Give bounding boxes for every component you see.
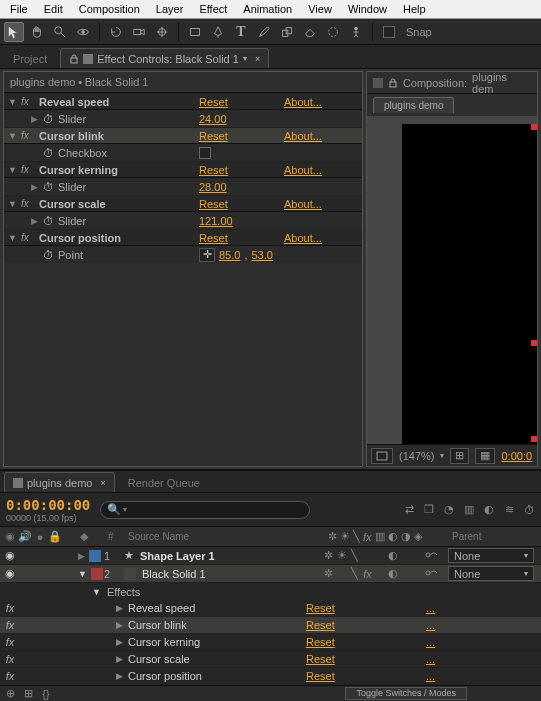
reset-link[interactable]: Reset (199, 164, 228, 176)
tl-effect-reveal-speed[interactable]: fx ▶Reveal speed Reset ... (0, 600, 541, 617)
reset-link[interactable]: Reset (199, 198, 228, 210)
effect-cursor-kerning[interactable]: ▼fxCursor kerning Reset About... (4, 161, 362, 178)
stopwatch-icon[interactable]: ⏱ (43, 147, 54, 159)
menu-window[interactable]: Window (340, 1, 395, 17)
crosshair-icon[interactable]: ✛ (199, 248, 215, 262)
current-timecode[interactable]: 0:00:00:00 (6, 497, 90, 513)
clone-tool[interactable] (277, 22, 297, 42)
effect-cursor-kerning-slider[interactable]: ▶⏱Slider 28.00 (4, 178, 362, 195)
rotobrush-tool[interactable] (323, 22, 343, 42)
collapse-switch-icon[interactable]: ☀ (340, 531, 350, 543)
menu-composition[interactable]: Composition (71, 1, 148, 17)
reset-link[interactable]: Reset (306, 670, 335, 682)
about-link[interactable]: About... (284, 130, 322, 142)
menu-file[interactable]: File (2, 1, 36, 17)
layer-label-color[interactable] (89, 550, 101, 562)
point-x[interactable]: 85.0 (219, 249, 240, 261)
timeline-comp-tab[interactable]: plugins demo × (4, 472, 115, 492)
comp-tab[interactable]: plugins demo (373, 97, 454, 113)
video-column-icon[interactable]: ◉ (4, 531, 16, 543)
stopwatch-icon[interactable]: ⏱ (43, 181, 54, 193)
motionblur-switch-icon[interactable]: ◐ (388, 531, 398, 543)
tl-effect-cursor-scale[interactable]: fx ▶Cursor scale Reset ... (0, 651, 541, 668)
current-time[interactable]: 0:00:0 (501, 450, 532, 462)
effect-cursor-blink[interactable]: ▼fxCursor blink Reset About... (4, 127, 362, 144)
effect-reveal-speed-slider[interactable]: ▶⏱Slider 24.00 (4, 110, 362, 127)
hide-shy-icon[interactable]: ◔ (443, 504, 455, 516)
parent-dropdown[interactable]: None▾ (448, 548, 534, 563)
pickwhip-icon[interactable] (424, 548, 438, 562)
camera-tool[interactable] (129, 22, 149, 42)
effect-cursor-position[interactable]: ▼fxCursor position Reset About... (4, 229, 362, 246)
tab-close-icon[interactable]: × (100, 478, 105, 488)
parent-dropdown[interactable]: None▾ (448, 566, 534, 581)
effect-options-link[interactable]: ... (426, 670, 435, 682)
fx-switch-icon[interactable]: fx (363, 531, 372, 543)
snap-checkbox[interactable] (379, 22, 399, 42)
comp-flowchart-icon[interactable]: ⊞ (22, 688, 34, 700)
eraser-tool[interactable] (300, 22, 320, 42)
about-link[interactable]: About... (284, 96, 322, 108)
visibility-toggle[interactable]: ◉ (4, 550, 16, 562)
composition-viewer[interactable] (367, 116, 537, 444)
motion-blur-icon[interactable]: ◐ (483, 504, 495, 516)
solo-column-icon[interactable]: ● (34, 531, 46, 543)
about-link[interactable]: About... (284, 164, 322, 176)
puppet-tool[interactable] (346, 22, 366, 42)
selection-tool[interactable] (4, 22, 24, 42)
rectangle-tool[interactable] (185, 22, 205, 42)
about-link[interactable]: About... (284, 232, 322, 244)
menu-effect[interactable]: Effect (191, 1, 235, 17)
orbit-tool[interactable] (73, 22, 93, 42)
menu-animation[interactable]: Animation (235, 1, 300, 17)
draft3d-icon[interactable]: ❒ (423, 504, 435, 516)
visibility-toggle[interactable]: ◉ (4, 568, 16, 580)
reset-link[interactable]: Reset (199, 130, 228, 142)
tl-effect-cursor-kerning[interactable]: fx ▶Cursor kerning Reset ... (0, 634, 541, 651)
toggle-switches-modes-button[interactable]: Toggle Switches / Modes (345, 687, 467, 700)
close-tab-icon[interactable]: × (255, 54, 260, 64)
stopwatch-icon[interactable]: ⏱ (43, 249, 54, 261)
zoom-level[interactable]: (147%) (399, 450, 434, 462)
shy-switch-icon[interactable]: ✲ (328, 531, 337, 543)
effect-options-link[interactable]: ... (426, 602, 435, 614)
reset-link[interactable]: Reset (306, 619, 335, 631)
tl-effect-cursor-position[interactable]: fx ▶Cursor position Reset ... (0, 668, 541, 685)
frame-blend-icon[interactable]: {} (40, 688, 52, 700)
brainstorm-icon[interactable]: ⏱ (523, 504, 535, 516)
effect-options-link[interactable]: ... (426, 636, 435, 648)
effect-cursor-scale-slider[interactable]: ▶⏱Slider 121.00 (4, 212, 362, 229)
menu-view[interactable]: View (300, 1, 340, 17)
menu-edit[interactable]: Edit (36, 1, 71, 17)
grid-toggle[interactable]: ⊞ (450, 448, 469, 464)
layer-label-color[interactable] (91, 568, 103, 580)
effect-options-link[interactable]: ... (426, 619, 435, 631)
cursor-kerning-value[interactable]: 28.00 (199, 181, 227, 193)
reset-link[interactable]: Reset (306, 602, 335, 614)
source-name-column[interactable]: Source Name (124, 531, 324, 542)
reset-link[interactable]: Reset (199, 96, 228, 108)
rotation-tool[interactable] (106, 22, 126, 42)
lock-column-icon[interactable]: 🔒 (49, 531, 61, 543)
type-tool[interactable]: T (231, 22, 251, 42)
about-link[interactable]: About... (284, 198, 322, 210)
checkbox-input[interactable] (199, 147, 211, 159)
menu-layer[interactable]: Layer (148, 1, 192, 17)
project-tab[interactable]: Project (4, 48, 56, 68)
render-queue-tab[interactable]: Render Queue (119, 472, 209, 492)
effect-cursor-position-point[interactable]: ⏱Point ✛ 85.0,53.0 (4, 246, 362, 263)
label-column-icon[interactable]: ◆ (78, 531, 90, 543)
cursor-scale-value[interactable]: 121.00 (199, 215, 233, 227)
reset-link[interactable]: Reset (306, 653, 335, 665)
zoom-tool[interactable] (50, 22, 70, 42)
effect-controls-tab[interactable]: Effect Controls: Black Solid 1 ▾ × (60, 48, 269, 68)
adjustment-switch-icon[interactable]: ◑ (401, 531, 411, 543)
point-y[interactable]: 53.0 (251, 249, 272, 261)
3d-switch-icon[interactable]: ◈ (414, 531, 422, 543)
effects-group[interactable]: ▼Effects (0, 583, 541, 600)
effect-reveal-speed[interactable]: ▼fxReveal speed Reset About... (4, 93, 362, 110)
reset-link[interactable]: Reset (306, 636, 335, 648)
layer-row-2[interactable]: ◉ ▼ 2 Black Solid 1 ✲╲fx◐ None▾ (0, 565, 541, 583)
lock-icon[interactable] (388, 78, 398, 88)
layer-name-edit[interactable]: Black Solid 1 (142, 568, 206, 580)
